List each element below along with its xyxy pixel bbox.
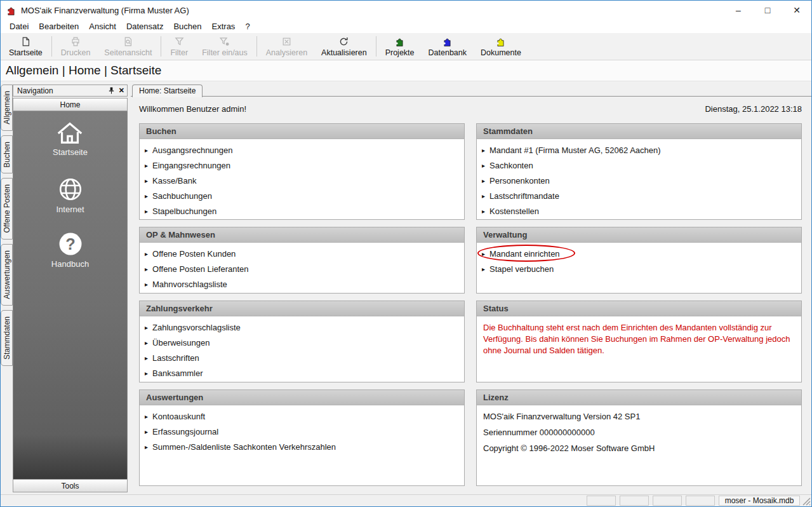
minimize-button[interactable]: – [724, 1, 753, 20]
menu-item-bearbeiten[interactable]: Bearbeiten [34, 20, 84, 32]
toolbar-group: FilterFilter ein/aus [163, 34, 254, 59]
toolbar-separator [51, 36, 52, 57]
side-tab-auswertungen[interactable]: Auswertungen [1, 244, 13, 306]
filter-toggle-icon [218, 36, 230, 48]
link-stapelbuchungen[interactable]: ▸Stapelbuchungen [145, 203, 458, 219]
startseite-button[interactable]: Startseite [2, 34, 50, 59]
nav-item-label: Startseite [53, 147, 88, 157]
menu-item-buchen[interactable]: Buchen [168, 20, 206, 32]
link-label: Offene Posten Lieferanten [152, 264, 249, 274]
app-puzzle-icon [6, 4, 17, 16]
panel-status: StatusDie Buchhaltung steht erst nach de… [476, 301, 802, 382]
resize-grip-icon[interactable] [802, 495, 811, 506]
link-mandant-einrichten[interactable]: ▸Mandant einrichten [482, 246, 795, 261]
bullet-icon: ▸ [145, 147, 148, 154]
link-zahlungsvorschlagsliste[interactable]: ▸Zahlungsvorschlagsliste [145, 320, 458, 335]
link-label: Lastschriften [152, 353, 199, 363]
nav-item-handbuch[interactable]: ?Handbuch [51, 231, 89, 269]
license-line: MOS'aik Finanzverwaltung Version 42 SP1 [482, 409, 795, 424]
nav-item-label: Internet [56, 205, 84, 214]
link-label: Sachbuchungen [152, 191, 212, 201]
maximize-button[interactable]: □ [753, 1, 782, 20]
link-banksammler[interactable]: ▸Banksammler [145, 365, 458, 381]
link-offene-posten-lieferanten[interactable]: ▸Offene Posten Lieferanten [145, 261, 458, 276]
side-tab-allgemein[interactable]: Allgemein [1, 84, 13, 131]
menu-item-datei[interactable]: Datei [4, 20, 34, 32]
panel-header-stammdaten: Stammdaten [477, 124, 801, 139]
side-tab-stammdaten[interactable]: Stammdaten [1, 310, 13, 366]
link-label: Eingangsrechnungen [152, 161, 230, 170]
bullet-icon: ▸ [145, 355, 148, 362]
link-personenkonten[interactable]: ▸Personenkonten [482, 173, 795, 188]
link-lastschriften[interactable]: ▸Lastschriften [145, 350, 458, 365]
panel-body: ▸Offene Posten Kunden▸Offene Posten Lief… [140, 243, 464, 292]
link-lastschriftmandate[interactable]: ▸Lastschriftmandate [482, 188, 795, 203]
filter-button: Filter [163, 34, 195, 59]
aktualisieren-button[interactable]: Aktualisieren [314, 34, 374, 59]
page-icon [20, 36, 31, 48]
link-kostenstellen[interactable]: ▸Kostenstellen [482, 203, 795, 219]
link-kasse-bank[interactable]: ▸Kasse/Bank [145, 173, 458, 188]
panel-lizenz: LizenzMOS'aik Finanzverwaltung Version 4… [476, 389, 802, 486]
titlebar: MOS'aik Finanzverwaltung (Firma Muster A… [1, 1, 811, 20]
link-kontoauskunft[interactable]: ▸Kontoauskunft [145, 409, 458, 424]
statusbar-cell [620, 496, 649, 506]
toolbar-button-label: Seitenansicht [104, 48, 152, 57]
link-erfassungsjournal[interactable]: ▸Erfassungsjournal [145, 424, 458, 439]
license-line: Copyright © 1996-2022 Moser Software Gmb… [482, 440, 795, 456]
link-mandant-1-firma-muster-ag-52062-aachen[interactable]: ▸Mandant #1 (Firma Muster AG, 52062 Aach… [482, 142, 795, 158]
menu-bar: DateiBearbeitenAnsichtDatensatzBuchenExt… [1, 20, 811, 33]
link-label: Zahlungsvorschlagsliste [152, 323, 241, 332]
bullet-icon: ▸ [145, 370, 148, 377]
link-sachkonten[interactable]: ▸Sachkonten [482, 158, 795, 173]
navigation-header: Navigation ✕ [13, 84, 128, 97]
nav-group-tools-button[interactable]: Tools [13, 479, 128, 492]
statusbar-spacer [1, 495, 585, 506]
datenbank-button[interactable]: Datenbank [422, 34, 474, 59]
bullet-icon: ▸ [145, 324, 148, 331]
nav-item-startseite[interactable]: Startseite [53, 120, 88, 157]
link-label: Kostenstellen [489, 206, 539, 216]
bullet-icon: ▸ [482, 162, 485, 169]
side-tab-buchen[interactable]: Buchen [1, 135, 13, 174]
link-überweisungen[interactable]: ▸Überweisungen [145, 335, 458, 350]
bullet-icon: ▸ [482, 147, 485, 154]
menu-item-ansicht[interactable]: Ansicht [84, 20, 121, 32]
link-label: Personenkonten [489, 176, 550, 186]
menu-item-extras[interactable]: Extras [207, 20, 241, 32]
panel-zahlungsverkehr: Zahlungsverkehr▸Zahlungsvorschlagsliste▸… [139, 301, 465, 382]
refresh-icon [338, 36, 349, 48]
navigation-panel: Navigation ✕ Home StartseiteInternet?Han… [13, 84, 128, 494]
side-tab-offene-posten[interactable]: Offene Posten [1, 178, 13, 240]
link-sachbuchungen[interactable]: ▸Sachbuchungen [145, 188, 458, 203]
link-mahnvorschlagsliste[interactable]: ▸Mahnvorschlagsliste [145, 276, 458, 292]
nav-item-internet[interactable]: Internet [56, 176, 84, 214]
statusbar-cell [653, 496, 682, 506]
dokumente-button[interactable]: Dokumente [474, 34, 528, 59]
tab-home-startseite[interactable]: Home: Startseite [132, 84, 203, 97]
menu-item-datensatz[interactable]: Datensatz [121, 20, 169, 32]
pushpin-icon[interactable] [108, 86, 115, 95]
menu-item-[interactable]: ? [240, 20, 255, 32]
toolbar: StartseiteDruckenSeitenansichtFilterFilt… [1, 33, 811, 60]
link-eingangsrechnungen[interactable]: ▸Eingangsrechnungen [145, 158, 458, 173]
datetime-label: Dienstag, 25.1.2022 13:18 [705, 104, 802, 114]
toolbar-button-label: Analysieren [266, 48, 307, 57]
filter-ein-aus-button: Filter ein/aus [195, 34, 255, 59]
toolbar-button-label: Dokumente [481, 48, 521, 57]
link-stapel-verbuchen[interactable]: ▸Stapel verbuchen [482, 261, 795, 276]
projekte-button[interactable]: Projekte [378, 34, 422, 59]
link-ausgangsrechnungen[interactable]: ▸Ausgangsrechnungen [145, 142, 458, 158]
panel-body: ▸Mandant einrichten▸Stapel verbuchen [477, 243, 801, 276]
bullet-icon: ▸ [145, 208, 148, 215]
close-button[interactable]: ✕ [782, 1, 811, 20]
nav-group-home-button[interactable]: Home [13, 98, 128, 111]
puzzle-blue-icon [442, 36, 453, 48]
link-summen-saldenliste-sachkonten-verkehrszahlen[interactable]: ▸Summen-/Saldenliste Sachkonten Verkehrs… [145, 439, 458, 454]
link-label: Mahnvorschlagsliste [152, 280, 227, 289]
filter-icon [174, 36, 185, 48]
toolbar-group: AnalysierenAktualisieren [259, 34, 374, 59]
close-panel-icon[interactable]: ✕ [119, 86, 124, 95]
link-label: Mandant #1 (Firma Muster AG, 52062 Aache… [489, 145, 661, 155]
link-offene-posten-kunden[interactable]: ▸Offene Posten Kunden [145, 246, 458, 261]
